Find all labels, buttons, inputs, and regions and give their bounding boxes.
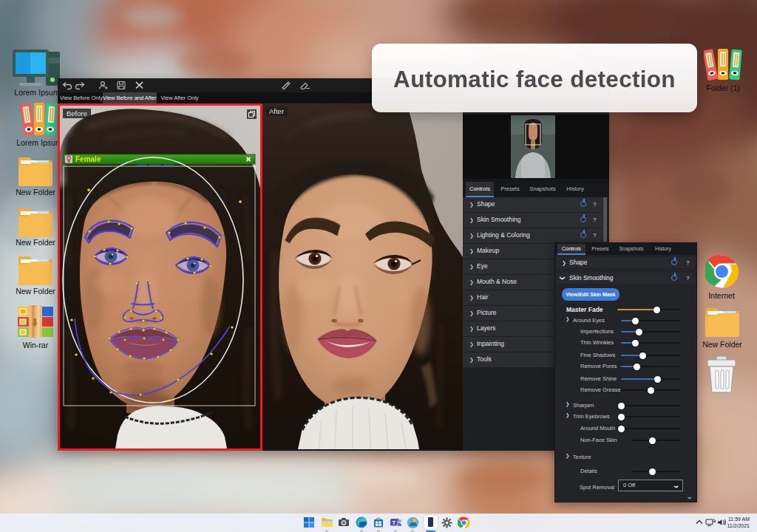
svg-text:Female: Female [75, 155, 101, 163]
svg-text:T: T [392, 519, 396, 526]
